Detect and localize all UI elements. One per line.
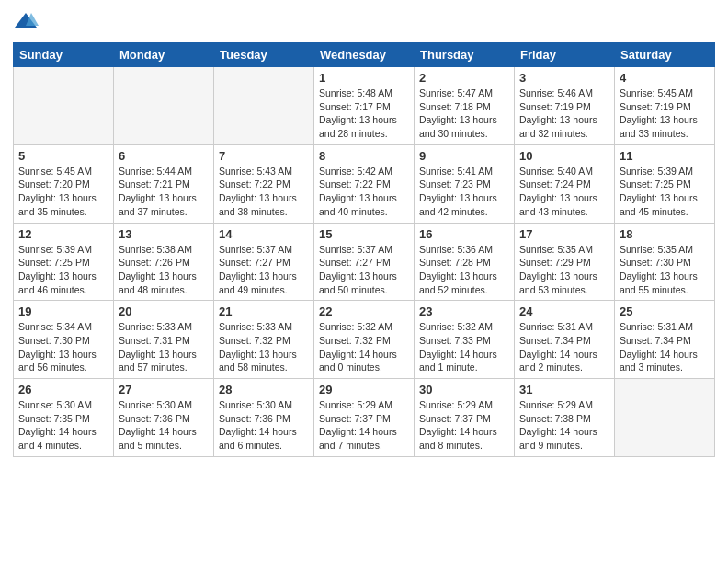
sunrise: Sunrise: 5:41 AM	[419, 166, 493, 177]
day-number: 22	[319, 304, 409, 318]
day-header: Thursday	[415, 43, 515, 67]
sunset: Sunset: 7:30 PM	[620, 257, 691, 268]
sunrise: Sunrise: 5:29 AM	[519, 399, 593, 410]
sunrise: Sunrise: 5:47 AM	[419, 87, 493, 98]
sunrise: Sunrise: 5:29 AM	[419, 399, 493, 410]
day-info: Sunrise: 5:29 AM Sunset: 7:37 PM Dayligh…	[419, 398, 509, 453]
sunset: Sunset: 7:21 PM	[119, 178, 190, 190]
day-header: Tuesday	[214, 43, 314, 67]
daylight: Daylight: 13 hours and 40 minutes.	[319, 192, 397, 217]
calendar-week-row: 12 Sunrise: 5:39 AM Sunset: 7:25 PM Dayl…	[14, 223, 715, 301]
day-info: Sunrise: 5:32 AM Sunset: 7:32 PM Dayligh…	[319, 320, 409, 374]
day-info: Sunrise: 5:30 AM Sunset: 7:35 PM Dayligh…	[18, 398, 108, 453]
calendar-week-row: 5 Sunrise: 5:45 AM Sunset: 7:20 PM Dayli…	[14, 144, 715, 223]
day-info: Sunrise: 5:40 AM Sunset: 7:24 PM Dayligh…	[519, 165, 609, 219]
day-info: Sunrise: 5:37 AM Sunset: 7:27 PM Dayligh…	[319, 243, 409, 297]
header	[13, 9, 715, 35]
day-number: 6	[119, 149, 209, 163]
daylight: Daylight: 13 hours and 56 minutes.	[18, 349, 97, 373]
daylight: Daylight: 14 hours and 6 minutes.	[219, 426, 297, 451]
sunset: Sunset: 7:32 PM	[319, 335, 391, 346]
sunset: Sunset: 7:23 PM	[419, 178, 491, 190]
sunrise: Sunrise: 5:32 AM	[319, 321, 392, 332]
day-number: 20	[119, 304, 209, 318]
day-info: Sunrise: 5:45 AM Sunset: 7:20 PM Dayligh…	[18, 165, 108, 219]
sunrise: Sunrise: 5:43 AM	[219, 166, 292, 177]
day-info: Sunrise: 5:45 AM Sunset: 7:19 PM Dayligh…	[620, 86, 710, 141]
day-number: 8	[319, 149, 409, 163]
day-info: Sunrise: 5:41 AM Sunset: 7:23 PM Dayligh…	[419, 165, 509, 219]
sunrise: Sunrise: 5:45 AM	[18, 166, 92, 177]
day-info: Sunrise: 5:39 AM Sunset: 7:25 PM Dayligh…	[18, 243, 108, 297]
sunrise: Sunrise: 5:45 AM	[620, 87, 693, 98]
daylight: Daylight: 14 hours and 9 minutes.	[519, 426, 597, 451]
calendar-day-cell: 11 Sunrise: 5:39 AM Sunset: 7:25 PM Dayl…	[615, 144, 715, 223]
calendar-day-cell: 2 Sunrise: 5:47 AM Sunset: 7:18 PM Dayli…	[415, 67, 515, 145]
calendar-day-cell: 22 Sunrise: 5:32 AM Sunset: 7:32 PM Dayl…	[314, 301, 415, 379]
calendar-day-cell: 9 Sunrise: 5:41 AM Sunset: 7:23 PM Dayli…	[415, 144, 515, 223]
day-number: 16	[419, 227, 509, 241]
day-info: Sunrise: 5:32 AM Sunset: 7:33 PM Dayligh…	[419, 320, 509, 374]
day-number: 27	[119, 383, 209, 396]
day-info: Sunrise: 5:47 AM Sunset: 7:18 PM Dayligh…	[419, 86, 509, 141]
sunrise: Sunrise: 5:46 AM	[519, 87, 593, 98]
daylight: Daylight: 14 hours and 3 minutes.	[620, 349, 698, 373]
sunset: Sunset: 7:19 PM	[519, 101, 591, 112]
sunrise: Sunrise: 5:30 AM	[219, 399, 292, 410]
day-number: 12	[18, 227, 108, 241]
day-header: Friday	[515, 43, 615, 67]
sunset: Sunset: 7:25 PM	[18, 257, 90, 268]
sunrise: Sunrise: 5:42 AM	[319, 166, 392, 177]
logo-icon	[13, 9, 39, 35]
day-info: Sunrise: 5:43 AM Sunset: 7:22 PM Dayligh…	[219, 165, 309, 219]
calendar-day-cell: 12 Sunrise: 5:39 AM Sunset: 7:25 PM Dayl…	[14, 223, 114, 301]
daylight: Daylight: 13 hours and 30 minutes.	[419, 114, 497, 139]
calendar-day-cell: 13 Sunrise: 5:38 AM Sunset: 7:26 PM Dayl…	[114, 223, 214, 301]
calendar-day-cell: 26 Sunrise: 5:30 AM Sunset: 7:35 PM Dayl…	[14, 379, 114, 457]
day-number: 18	[620, 227, 710, 241]
calendar-week-row: 26 Sunrise: 5:30 AM Sunset: 7:35 PM Dayl…	[14, 379, 715, 457]
daylight: Daylight: 13 hours and 50 minutes.	[319, 270, 397, 295]
day-number: 21	[219, 304, 309, 318]
sunrise: Sunrise: 5:31 AM	[620, 321, 693, 332]
calendar-day-cell: 15 Sunrise: 5:37 AM Sunset: 7:27 PM Dayl…	[314, 223, 415, 301]
calendar-week-row: 1 Sunrise: 5:48 AM Sunset: 7:17 PM Dayli…	[14, 67, 715, 145]
calendar-day-cell: 16 Sunrise: 5:36 AM Sunset: 7:28 PM Dayl…	[415, 223, 515, 301]
day-number: 14	[219, 227, 309, 241]
sunrise: Sunrise: 5:39 AM	[620, 166, 693, 177]
daylight: Daylight: 13 hours and 49 minutes.	[219, 270, 297, 295]
day-number: 17	[519, 227, 609, 241]
sunset: Sunset: 7:28 PM	[419, 257, 491, 268]
calendar-day-cell: 1 Sunrise: 5:48 AM Sunset: 7:17 PM Dayli…	[314, 67, 415, 145]
day-info: Sunrise: 5:31 AM Sunset: 7:34 PM Dayligh…	[519, 320, 609, 374]
day-header: Sunday	[14, 43, 114, 67]
daylight: Daylight: 13 hours and 32 minutes.	[519, 114, 597, 139]
calendar-day-cell: 25 Sunrise: 5:31 AM Sunset: 7:34 PM Dayl…	[615, 301, 715, 379]
day-number: 11	[620, 149, 710, 163]
calendar-day-cell: 31 Sunrise: 5:29 AM Sunset: 7:38 PM Dayl…	[515, 379, 615, 457]
day-number: 1	[319, 71, 409, 85]
sunset: Sunset: 7:19 PM	[620, 101, 691, 112]
sunset: Sunset: 7:37 PM	[419, 413, 491, 424]
day-number: 9	[419, 149, 509, 163]
sunrise: Sunrise: 5:30 AM	[119, 399, 192, 410]
day-info: Sunrise: 5:42 AM Sunset: 7:22 PM Dayligh…	[319, 165, 409, 219]
day-header: Wednesday	[314, 43, 415, 67]
daylight: Daylight: 14 hours and 5 minutes.	[119, 426, 197, 451]
day-number: 2	[419, 71, 509, 85]
sunset: Sunset: 7:22 PM	[219, 178, 290, 190]
day-info: Sunrise: 5:38 AM Sunset: 7:26 PM Dayligh…	[119, 243, 209, 297]
sunrise: Sunrise: 5:34 AM	[18, 321, 92, 332]
day-number: 26	[18, 383, 108, 396]
daylight: Daylight: 13 hours and 28 minutes.	[319, 114, 397, 139]
sunrise: Sunrise: 5:39 AM	[18, 244, 92, 255]
day-info: Sunrise: 5:29 AM Sunset: 7:38 PM Dayligh…	[519, 398, 609, 453]
calendar-day-cell: 28 Sunrise: 5:30 AM Sunset: 7:36 PM Dayl…	[214, 379, 314, 457]
calendar-day-cell: 17 Sunrise: 5:35 AM Sunset: 7:29 PM Dayl…	[515, 223, 615, 301]
sunrise: Sunrise: 5:37 AM	[319, 244, 392, 255]
daylight: Daylight: 13 hours and 48 minutes.	[119, 270, 197, 295]
day-info: Sunrise: 5:36 AM Sunset: 7:28 PM Dayligh…	[419, 243, 509, 297]
daylight: Daylight: 13 hours and 42 minutes.	[419, 192, 497, 217]
daylight: Daylight: 14 hours and 1 minute.	[419, 349, 497, 373]
day-info: Sunrise: 5:33 AM Sunset: 7:31 PM Dayligh…	[119, 320, 209, 374]
